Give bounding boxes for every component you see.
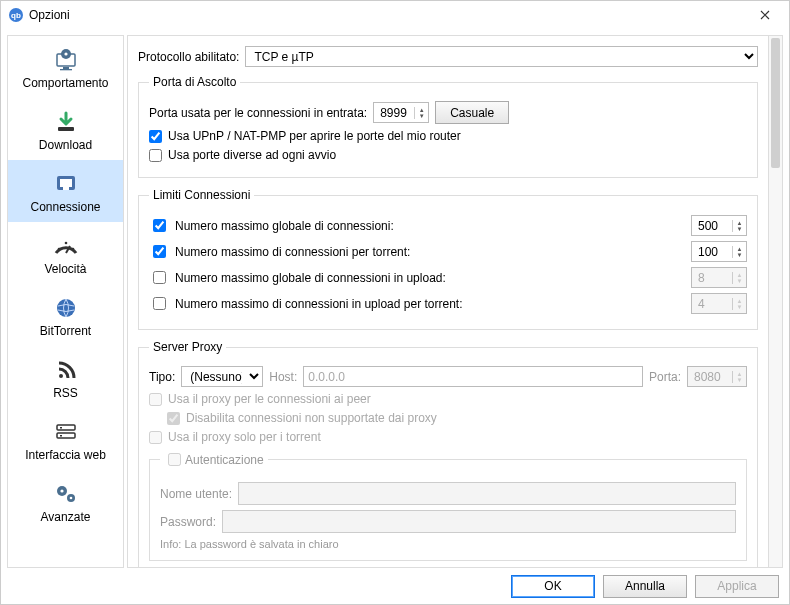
category-sidebar: Comportamento Download Connessione Veloc… [7, 35, 124, 568]
category-label: Interfaccia web [12, 448, 119, 462]
category-label: Comportamento [12, 76, 119, 90]
proxy-pass-info: Info: La password è salvata in chiaro [160, 538, 736, 550]
svg-rect-1 [63, 67, 69, 69]
svg-point-12 [57, 299, 75, 317]
category-label: Download [12, 138, 119, 152]
max-upload-per-torrent-checkbox[interactable] [153, 297, 166, 310]
proxy-auth-group: Autenticazione Nome utente: Password: In… [149, 450, 747, 561]
max-upload-global-spinbox: 8▲▼ [691, 267, 747, 288]
category-label: Avanzate [12, 510, 119, 524]
category-rss[interactable]: RSS [8, 346, 123, 408]
proxy-legend: Server Proxy [149, 340, 226, 354]
proxy-pass-input [222, 510, 736, 533]
svg-point-10 [64, 242, 67, 245]
scrollbar[interactable] [769, 35, 783, 568]
settings-panel: Protocollo abilitato: TCP e µTP Porta di… [127, 35, 769, 568]
gear-monitor-icon [12, 46, 119, 74]
svg-point-19 [60, 489, 63, 492]
connection-limits-legend: Limiti Connessioni [149, 188, 254, 202]
max-upload-global-label: Numero massimo globale di connessioni in… [175, 271, 446, 285]
proxy-port-spinbox: 8080▲▼ [687, 366, 747, 387]
proxy-group: Server Proxy Tipo: (Nessuno) Host: Porta… [138, 340, 758, 568]
upnp-label: Usa UPnP / NAT-PMP per aprire le porte d… [168, 129, 461, 143]
app-icon: qb [9, 8, 23, 22]
max-per-torrent-checkbox[interactable] [153, 245, 166, 258]
proxy-pass-label: Password: [160, 515, 216, 529]
proxy-auth-legend: Autenticazione [185, 453, 264, 467]
svg-rect-2 [60, 69, 72, 70]
svg-rect-8 [63, 187, 69, 190]
random-port-button[interactable]: Casuale [435, 101, 509, 124]
listening-port-group: Porta di Ascolto Porta usata per le conn… [138, 75, 758, 178]
rss-icon [12, 356, 119, 384]
svg-rect-17 [60, 435, 62, 437]
svg-rect-5 [58, 127, 74, 131]
proxy-type-label: Tipo: [149, 370, 175, 384]
category-webui[interactable]: Interfaccia web [8, 408, 123, 470]
speedometer-icon [12, 232, 119, 260]
max-upload-per-torrent-label: Numero massimo di connessioni in upload … [175, 297, 462, 311]
proxy-disable-unsupported-checkbox [167, 412, 180, 425]
category-bittorrent[interactable]: BitTorrent [8, 284, 123, 346]
listening-port-legend: Porta di Ascolto [149, 75, 240, 89]
max-global-label: Numero massimo globale di connessioni: [175, 219, 394, 233]
proxy-user-label: Nome utente: [160, 487, 232, 501]
svg-rect-16 [60, 427, 62, 429]
proxy-disable-unsupported-label: Disabilita connessioni non supportate da… [186, 411, 437, 425]
max-per-torrent-spinbox[interactable]: 100▲▼ [691, 241, 747, 262]
category-speed[interactable]: Velocità [8, 222, 123, 284]
ethernet-icon [12, 170, 119, 198]
svg-point-4 [64, 52, 67, 55]
server-icon [12, 418, 119, 446]
scrollbar-thumb[interactable] [771, 38, 780, 168]
svg-point-21 [69, 497, 72, 500]
svg-point-13 [59, 374, 63, 378]
max-per-torrent-label: Numero massimo di connessioni per torren… [175, 245, 410, 259]
random-ports-checkbox[interactable] [149, 149, 162, 162]
port-spinbox[interactable]: 8999 ▲▼ [373, 102, 429, 123]
proxy-peer-label: Usa il proxy per le connessioni ai peer [168, 392, 371, 406]
category-label: BitTorrent [12, 324, 119, 338]
proxy-torrent-only-checkbox [149, 431, 162, 444]
svg-rect-14 [57, 425, 75, 430]
random-ports-label: Usa porte diverse ad ogni avvio [168, 148, 336, 162]
proxy-peer-checkbox [149, 393, 162, 406]
category-connection[interactable]: Connessione [8, 160, 123, 222]
connection-limits-group: Limiti Connessioni Numero massimo global… [138, 188, 758, 330]
category-label: Connessione [12, 200, 119, 214]
ok-button[interactable]: OK [511, 575, 595, 598]
svg-point-11 [71, 248, 74, 251]
proxy-auth-checkbox [168, 453, 181, 466]
svg-rect-15 [57, 433, 75, 438]
globe-icon [12, 294, 119, 322]
window-title: Opzioni [29, 8, 747, 22]
cancel-button[interactable]: Annulla [603, 575, 687, 598]
apply-button: Applica [695, 575, 779, 598]
proxy-user-input [238, 482, 736, 505]
svg-rect-7 [60, 179, 72, 187]
proxy-torrent-only-label: Usa il proxy solo per i torrent [168, 430, 321, 444]
protocol-select[interactable]: TCP e µTP [245, 46, 758, 67]
max-global-spinbox[interactable]: 500▲▼ [691, 215, 747, 236]
proxy-host-label: Host: [269, 370, 297, 384]
max-global-checkbox[interactable] [153, 219, 166, 232]
close-button[interactable] [747, 3, 783, 27]
svg-point-9 [57, 248, 60, 251]
max-upload-global-checkbox[interactable] [153, 271, 166, 284]
upnp-checkbox[interactable] [149, 130, 162, 143]
category-label: Velocità [12, 262, 119, 276]
category-download[interactable]: Download [8, 98, 123, 160]
proxy-host-input [303, 366, 643, 387]
category-label: RSS [12, 386, 119, 400]
max-upload-per-torrent-spinbox: 4▲▼ [691, 293, 747, 314]
category-behavior[interactable]: Comportamento [8, 36, 123, 98]
protocol-label: Protocollo abilitato: [138, 50, 239, 64]
proxy-port-label: Porta: [649, 370, 681, 384]
category-advanced[interactable]: Avanzate [8, 470, 123, 532]
proxy-type-select[interactable]: (Nessuno) [181, 366, 263, 387]
gears-icon [12, 480, 119, 508]
download-icon [12, 108, 119, 136]
port-label: Porta usata per le connessioni in entrat… [149, 106, 367, 120]
